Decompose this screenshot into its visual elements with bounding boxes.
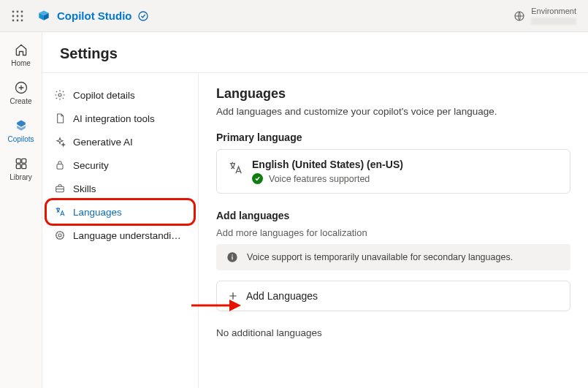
sidebar-item-details[interactable]: Copilot details [47,83,194,107]
primary-language-card: English (United States) (en-US) Voice fe… [216,149,570,194]
sidebar-item-label: Generative AI [73,137,133,148]
plus-icon [227,290,239,302]
info-banner-text: Voice support is temporarily unavailable… [247,252,513,262]
sidebar-item-skills[interactable]: Skills [47,177,194,200]
left-rail: Home Create Copilots Library [0,32,42,388]
rail-label: Home [11,59,31,67]
primary-language-section-label: Primary language [216,132,570,143]
library-icon [14,156,28,171]
copilot-logo-icon [37,9,51,23]
plus-circle-icon [14,80,28,95]
sidebar-item-label: Copilot details [73,90,135,101]
svg-rect-12 [16,159,20,163]
sidebar-item-language-understanding[interactable]: Language understandi… [47,224,194,247]
environment-name-redacted [531,18,576,25]
info-banner: Voice support is temporarily unavailable… [216,244,570,270]
environment-label: Environment [531,7,576,16]
sidebar-item-label: AI integration tools [73,113,155,124]
svg-point-3 [12,15,15,17]
svg-point-2 [21,10,23,12]
add-languages-button[interactable]: Add Languages [216,281,570,311]
svg-point-5 [21,15,23,17]
add-languages-button-label: Add Languages [246,290,318,302]
rail-label: Library [9,173,32,181]
svg-rect-13 [21,159,26,163]
sparkle-icon [54,136,66,148]
environment-picker[interactable]: Environment [513,7,581,25]
verified-badge-icon [137,10,149,22]
briefcase-icon [54,183,66,194]
content-heading: Languages [216,86,570,102]
brain-icon [54,229,66,241]
rail-label: Create [9,97,31,105]
content-subheading: Add languages and customize your copilot… [216,106,570,117]
copilot-icon [14,118,28,133]
svg-point-8 [21,19,23,21]
gear-icon [54,89,66,101]
home-icon [14,42,28,57]
svg-point-0 [12,10,15,12]
rail-label: Copilots [7,135,34,143]
svg-point-7 [17,19,19,21]
svg-point-20 [58,234,61,237]
settings-sidebar: Copilot details AI integration tools Gen… [42,73,199,388]
translate-icon [54,206,66,218]
add-languages-section-label: Add languages [216,210,570,221]
rail-item-home[interactable]: Home [2,38,40,72]
waffle-icon [12,10,23,22]
info-icon [226,251,238,263]
product-name: Copilot Studio [57,9,131,22]
check-circle-icon [252,173,263,184]
language-icon [227,160,243,176]
add-languages-section-help: Add more languages for localization [216,227,570,238]
sidebar-item-label: Languages [73,207,122,218]
rail-item-library[interactable]: Library [2,152,40,186]
sidebar-item-label: Skills [73,183,96,194]
sidebar-item-security[interactable]: Security [47,153,194,177]
svg-point-23 [232,254,233,256]
rail-item-copilots[interactable]: Copilots [2,114,40,148]
svg-rect-17 [57,164,63,170]
product-brand[interactable]: Copilot Studio [37,9,149,23]
svg-rect-14 [16,164,20,169]
svg-point-9 [139,12,148,20]
primary-language-name: English (United States) (en-US) [252,159,560,170]
svg-point-19 [56,232,64,240]
empty-state-text: No additional languages [216,327,570,338]
globe-icon [513,10,525,22]
svg-rect-15 [21,164,26,169]
sidebar-item-label: Language understandi… [73,230,181,241]
svg-point-1 [17,10,19,12]
svg-point-6 [12,19,15,21]
sidebar-item-label: Security [73,160,109,171]
document-icon [54,113,66,124]
svg-rect-22 [232,256,232,260]
topbar: Copilot Studio Environment [0,0,588,32]
lock-icon [54,159,66,171]
app-launcher-button[interactable] [7,6,28,26]
svg-point-16 [58,94,61,96]
svg-point-4 [17,15,19,17]
settings-content: Languages Add languages and customize yo… [199,73,588,388]
page-title: Settings [42,32,588,72]
rail-item-create[interactable]: Create [2,76,40,110]
voice-support-text: Voice features supported [269,174,370,184]
sidebar-item-languages[interactable]: Languages [47,200,194,224]
sidebar-item-ai-integration-tools[interactable]: AI integration tools [47,107,194,130]
sidebar-item-generative-ai[interactable]: Generative AI [47,130,194,153]
